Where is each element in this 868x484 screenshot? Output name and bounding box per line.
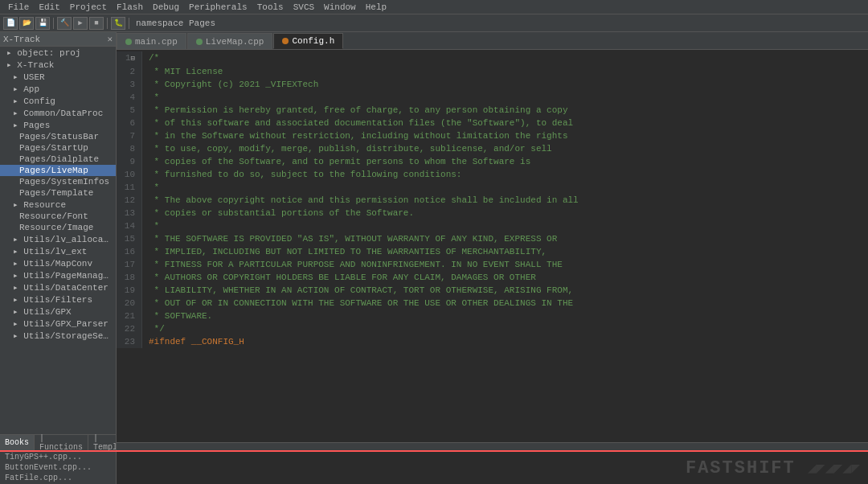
menu-item-flash[interactable]: Flash xyxy=(112,2,148,12)
sidebar-item-pages-dialplate[interactable]: Pages/Dialplate xyxy=(0,154,116,165)
line-number: 23 xyxy=(117,335,142,348)
sidebar-item-pages-startup[interactable]: Pages/StartUp xyxy=(0,142,116,154)
sidebar-tab-template[interactable]: | Template... xyxy=(88,435,117,450)
line-content: * copies of the Software, and to permit … xyxy=(142,155,530,168)
sidebar-item-common-dataproc[interactable]: ▸ Common/DataProc xyxy=(0,107,116,119)
line-content: * of this software and associated docume… xyxy=(142,117,573,129)
tab-cpp-icon xyxy=(196,39,203,45)
toolbar-btn-run[interactable]: ▶ xyxy=(73,17,88,30)
horizontal-scrollbar[interactable] xyxy=(117,442,868,450)
line-content: * The above copyright notice and this pe… xyxy=(142,194,579,207)
menu-item-project[interactable]: Project xyxy=(65,2,112,12)
code-line: 8 * to use, copy, modify, merge, publish… xyxy=(117,142,868,155)
bottom-file-list[interactable]: TinyGPS++.cpp...ButtonEvent.cpp...FatFil… xyxy=(0,452,117,484)
sidebar-item-utils-lv-ext[interactable]: ▸ Utils/lv_ext xyxy=(0,245,116,257)
sidebar-item-utils-pagemanager[interactable]: ▸ Utils/PageManager xyxy=(0,269,116,281)
sidebar-item-app[interactable]: ▸ App xyxy=(0,83,116,95)
line-content: * MIT License xyxy=(142,65,223,78)
tab-label: LiveMap.cpp xyxy=(206,37,264,47)
namespace-label: namespace Pages xyxy=(136,18,215,28)
line-number: 8 xyxy=(117,142,142,155)
line-number: 19 xyxy=(117,284,142,297)
sidebar-item-resource-font[interactable]: Resource/Font xyxy=(0,211,116,222)
line-number: 10 xyxy=(117,168,142,181)
sidebar-item-resource-image[interactable]: Resource/Image xyxy=(0,222,116,233)
toolbar-btn-open[interactable]: 📂 xyxy=(19,17,34,30)
sidebar-item-utils-gpx[interactable]: ▸ Utils/GPX xyxy=(0,306,116,318)
editor-tabs: main.cppLiveMap.cppConfig.h xyxy=(117,32,868,50)
editor-tab-livemapcpp[interactable]: LiveMap.cpp xyxy=(187,33,273,49)
sidebar-tab-functions[interactable]: | Functions xyxy=(35,435,88,450)
line-content: * THE SOFTWARE IS PROVIDED "AS IS", WITH… xyxy=(142,232,557,245)
sidebar-close-icon[interactable]: ✕ xyxy=(107,34,113,44)
code-line: 4 * xyxy=(117,91,868,104)
line-content: * LIABILITY, WHETHER IN AN ACTION OF CON… xyxy=(142,284,573,297)
line-content: * Permission is hereby granted, free of … xyxy=(142,104,568,117)
toolbar-sep2 xyxy=(107,18,108,29)
sidebar-item-pages-statusbar[interactable]: Pages/StatusBar xyxy=(0,131,116,142)
bottom-file-item[interactable]: ButtonEvent.cpp... xyxy=(0,462,116,473)
sidebar-item-utils-datacenter[interactable]: ▸ Utils/DataCenter xyxy=(0,281,116,293)
line-number: 17 xyxy=(117,258,142,271)
menu-item-peripherals[interactable]: Peripherals xyxy=(184,2,252,12)
sidebar-item-resource[interactable]: ▸ Resource xyxy=(0,199,116,211)
sidebar-item-utils-mapconv[interactable]: ▸ Utils/MapConv xyxy=(0,257,116,269)
toolbar-btn-new[interactable]: 📄 xyxy=(3,17,18,30)
line-content: * AUTHORS OR COPYRIGHT HOLDERS BE LIABLE… xyxy=(142,271,536,284)
line-content: #ifndef __CONFIG_H xyxy=(142,335,244,348)
line-content: */ xyxy=(142,322,165,335)
toolbar-btn-debug[interactable]: 🐛 xyxy=(111,17,125,30)
sidebar-item-utils-storageservice[interactable]: ▸ Utils/StorageService xyxy=(0,330,116,342)
menu-item-window[interactable]: Window xyxy=(319,2,361,12)
bottom-file-item[interactable]: TinyGPS++.cpp... xyxy=(0,452,116,462)
line-number: 2 xyxy=(117,65,142,78)
line-number: 11 xyxy=(117,181,142,194)
sidebar-item-user[interactable]: ▸ USER xyxy=(0,71,116,83)
code-line: 6 * of this software and associated docu… xyxy=(117,117,868,129)
sidebar-tree[interactable]: ▸ object: proj▸ X-Track▸ USER▸ App▸ Conf… xyxy=(0,47,116,434)
sidebar-item-pages-livemap[interactable]: Pages/LiveMap xyxy=(0,165,116,176)
line-number: 14 xyxy=(117,219,142,232)
sidebar: X-Track ✕ ▸ object: proj▸ X-Track▸ USER▸… xyxy=(0,32,117,450)
sidebar-item-utils-lv-allocator[interactable]: ▸ Utils/lv_allocator xyxy=(0,233,116,245)
editor-tab-configh[interactable]: Config.h xyxy=(273,33,343,49)
code-line: 9 * copies of the Software, and to permi… xyxy=(117,155,868,168)
menu-item-file[interactable]: File xyxy=(3,2,34,12)
menu-item-debug[interactable]: Debug xyxy=(148,2,184,12)
sidebar-item-object--proj[interactable]: ▸ object: proj xyxy=(0,47,116,59)
sidebar-item-pages-template[interactable]: Pages/Template xyxy=(0,187,116,199)
code-line: 22 */ xyxy=(117,322,868,335)
sidebar-item-pages-systeminfos[interactable]: Pages/SystemInfos xyxy=(0,176,116,187)
code-editor[interactable]: 1⊟/*2 * MIT License3 * Copyright (c) 202… xyxy=(117,50,868,442)
line-content: * xyxy=(142,91,159,104)
line-content: * furnished to do so, subject to the fol… xyxy=(142,168,461,181)
code-line: 7 * in the Software without restriction,… xyxy=(117,129,868,142)
line-content: /* xyxy=(142,51,159,65)
bottom-file-item[interactable]: FatFile.cpp... xyxy=(0,473,116,483)
menu-item-tools[interactable]: Tools xyxy=(252,2,289,12)
sidebar-item-utils-filters[interactable]: ▸ Utils/Filters xyxy=(0,293,116,306)
code-line: 12 * The above copyright notice and this… xyxy=(117,194,868,207)
code-line: 18 * AUTHORS OR COPYRIGHT HOLDERS BE LIA… xyxy=(117,271,868,284)
toolbar-btn-build[interactable]: 🔨 xyxy=(57,17,72,30)
line-number: 18 xyxy=(117,271,142,284)
line-content: * OUT OF OR IN CONNECTION WITH THE SOFTW… xyxy=(142,297,573,310)
sidebar-item-config[interactable]: ▸ Config xyxy=(0,95,116,107)
editor-tab-maincpp[interactable]: main.cpp xyxy=(117,33,186,49)
toolbar-btn-save[interactable]: 💾 xyxy=(35,17,50,30)
tab-label: main.cpp xyxy=(135,37,178,47)
sidebar-item-x-track[interactable]: ▸ X-Track xyxy=(0,59,116,71)
sidebar-item-utils-gpx-parser[interactable]: ▸ Utils/GPX_Parser xyxy=(0,318,116,330)
line-content: * IMPLIED, INCLUDING BUT NOT LIMITED TO … xyxy=(142,245,547,258)
menu-item-edit[interactable]: Edit xyxy=(34,2,64,12)
code-line: 1⊟/* xyxy=(117,51,868,65)
sidebar-tabs: Books | Functions | Template... xyxy=(0,434,116,450)
menu-item-svcs[interactable]: SVCS xyxy=(289,2,319,12)
sidebar-header: X-Track ✕ xyxy=(0,32,116,47)
line-number: 7 xyxy=(117,129,142,142)
toolbar-btn-stop[interactable]: ■ xyxy=(89,17,104,30)
sidebar-item-pages[interactable]: ▸ Pages xyxy=(0,119,116,131)
line-number: 9 xyxy=(117,155,142,168)
menu-item-help[interactable]: Help xyxy=(361,2,391,12)
sidebar-tab-books[interactable]: Books xyxy=(0,435,35,450)
